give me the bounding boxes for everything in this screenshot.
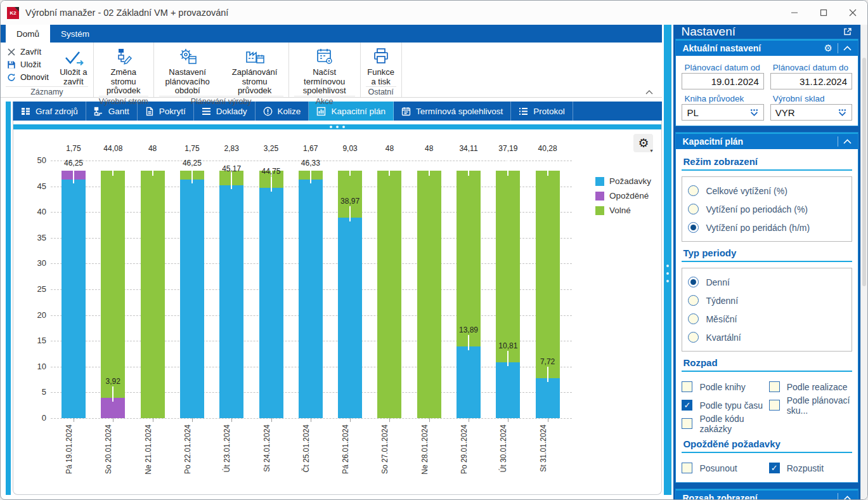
radio-unchecked[interactable] [688,204,699,214]
bar-chart-icon [316,107,326,116]
radio-unchecked[interactable] [688,332,699,343]
calendar-gear-icon [315,46,334,66]
tab-terminova-spolehlivost[interactable]: Termínová spolehlivost [394,102,511,121]
collapse-section-icon[interactable] [843,46,852,51]
checkbox-unchecked[interactable] [769,400,780,411]
functions-print-button[interactable]: Funkce a tisk [361,44,401,86]
refresh-button[interactable]: Obnovit [7,72,49,82]
ribbon-collapse-icon[interactable] [645,90,653,95]
x-axis-tick [350,418,351,422]
save-button[interactable]: Uložit [7,60,49,69]
tab-graf-zdroju[interactable]: Graf zdrojů [13,102,86,121]
checkbox-unchecked[interactable] [682,418,692,429]
period-type-option[interactable]: Týdenní [688,291,846,310]
bar-segment-požadavky[interactable] [457,346,481,418]
bar-segment-požadavky[interactable] [219,185,243,418]
planning-date-to-field[interactable]: 31.12.2024 [770,73,852,89]
breakdown-option[interactable]: Podle realizace [769,378,852,396]
period-type-option[interactable]: Měsíční [688,310,846,328]
ribbon-group-label: Ostatní [366,86,396,98]
field-label: Plánovací datum od [682,61,763,73]
tab-protokol[interactable]: Protokol [511,102,573,121]
breakdown-option[interactable]: Podle knihy [682,378,765,396]
radio-unchecked[interactable] [688,185,699,196]
checkbox-unchecked[interactable] [682,381,692,392]
bar-segment-volné[interactable] [536,171,560,378]
option-label: Rozpustit [787,463,824,473]
display-mode-option[interactable]: Celkové vytížení (%) [688,181,846,200]
bar-segment-volné[interactable] [101,171,125,398]
breakdown-option[interactable]: Podle plánovací sku... [769,396,852,414]
bar-value-label: 1,67 [290,144,331,153]
minimize-button[interactable] [780,1,809,25]
sidebar-scrollbar[interactable] [860,25,867,500]
period-type-option[interactable]: Denní [688,273,846,291]
scrollbar-thumb[interactable] [862,58,866,286]
radio-unchecked[interactable] [688,295,699,306]
bar-segment-požadavky[interactable] [338,218,362,418]
collapse-section-icon[interactable] [843,139,852,144]
y-axis-tick-label: 0 [25,413,46,423]
section-display-range: Rozsah zobrazení Datum od 19.01.2024 Dat… [675,489,858,500]
radio-checked[interactable] [688,222,699,233]
label-leader-line [349,206,351,221]
maximize-button[interactable] [809,1,838,25]
bar-value-label: 45,17 [211,164,252,173]
warehouse-dropdown[interactable]: VYR [770,104,852,121]
ribbon-tab-system[interactable]: Systém [50,25,100,43]
label-leader-line [429,154,430,176]
book-dropdown[interactable]: PL [682,104,763,121]
dropdown-icon [838,109,847,117]
bar-segment-požadavky[interactable] [536,378,560,418]
breakdown-option[interactable]: Podle kódu zakázky [682,414,765,433]
section-gear-icon[interactable]: ⚙ [824,43,832,54]
bar-segment-volné[interactable] [496,171,520,362]
display-mode-option[interactable]: Vytížení po peridách (h/m) [688,218,846,237]
checkbox-checked[interactable] [682,400,692,411]
display-mode-group: Celkové vytížení (%)Vytížení po periodác… [682,176,852,242]
vertical-splitter[interactable] [664,25,671,495]
delayed-option[interactable]: Posunout [682,459,765,477]
ribbon-group-label: Akce [294,96,355,108]
bar-value-label: 1,75 [53,144,94,153]
app-window: K2 Výrobní manažer - 02 Základní VM + pr… [0,0,868,500]
checkbox-checked[interactable] [769,463,780,473]
bar-value-label: 40,28 [528,144,568,153]
bar-segment-požadavky[interactable] [62,180,86,418]
checkbox-unchecked[interactable] [769,381,780,392]
close-button[interactable]: Zavřít [7,47,49,56]
tab-label: Pokrytí [159,107,186,116]
bar-segment-požadavky[interactable] [259,188,283,418]
bar-segment-volné[interactable] [141,171,165,418]
ribbon-tab-domu[interactable]: Domů [6,25,50,43]
option-label: Týdenní [706,296,738,306]
schedule-tree-button[interactable]: Zaplánování stromu průvodek [221,44,288,96]
bar-segment-požadavky[interactable] [299,180,323,418]
radio-checked[interactable] [688,277,699,287]
bar-segment-požadavky[interactable] [496,362,520,418]
delayed-option[interactable]: Rozpustit [769,459,852,477]
bar-segment-požadavky[interactable] [180,180,204,418]
collapse-section-icon[interactable] [843,496,852,500]
document-icon [145,107,154,116]
x-axis-label: Pá 19.01.2024 [65,424,74,494]
load-reliability-button[interactable]: Načíst termínovou spolehlivost [289,44,360,96]
period-type-option[interactable]: Kvartální [688,328,846,346]
checkbox-unchecked[interactable] [682,463,692,473]
close-window-button[interactable] [838,1,867,25]
expand-panel-icon[interactable] [843,27,853,37]
planning-date-from-field[interactable]: 19.01.2024 [682,73,763,89]
change-tree-button[interactable]: Změna stromu průvodek [94,44,153,96]
bar-segment-volné[interactable] [417,171,441,418]
ribbon-group-vyrobni-strom: Změna stromu průvodek Výrobní strom [94,43,154,97]
radio-unchecked[interactable] [688,313,699,324]
save-and-close-button[interactable]: Uložit a zavřít [54,44,93,86]
planning-period-button[interactable]: Nastavení plánovacího období [154,44,221,96]
y-axis-tick-label: 10 [25,362,46,371]
display-mode-option[interactable]: Vytížení po periodách (%) [688,200,846,218]
breakdown-option[interactable]: Podle typu času [682,396,765,414]
grid-icon [21,107,30,116]
bar-segment-volné[interactable] [377,171,401,418]
label-leader-line [468,335,469,350]
bar-segment-volné[interactable] [457,171,481,346]
